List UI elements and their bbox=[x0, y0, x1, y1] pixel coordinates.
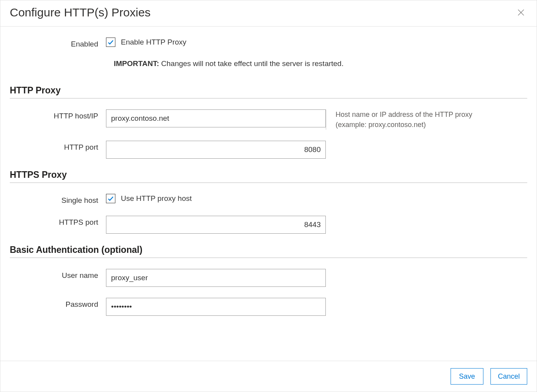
https-port-label: HTTPS port bbox=[10, 216, 106, 227]
single-host-checkbox-label: Use HTTP proxy host bbox=[121, 194, 192, 203]
password-input[interactable] bbox=[106, 298, 326, 316]
checkmark-icon bbox=[107, 39, 114, 46]
single-host-checkbox-wrap[interactable]: Use HTTP proxy host bbox=[106, 194, 326, 203]
enabled-label: Enabled bbox=[10, 38, 106, 48]
password-label: Password bbox=[10, 298, 106, 309]
http-port-input[interactable] bbox=[106, 141, 326, 159]
dialog-title: Configure HTTP(s) Proxies bbox=[10, 6, 151, 19]
enable-proxy-checkbox-label: Enable HTTP Proxy bbox=[121, 38, 187, 47]
username-label: User name bbox=[10, 269, 106, 280]
password-row: Password bbox=[10, 298, 527, 316]
http-proxy-rule bbox=[10, 98, 527, 98]
enable-proxy-checkbox-wrap[interactable]: Enable HTTP Proxy bbox=[106, 38, 326, 47]
checkmark-icon bbox=[107, 195, 114, 202]
username-input[interactable] bbox=[106, 269, 326, 287]
single-host-checkbox[interactable] bbox=[106, 194, 115, 203]
dialog-header: Configure HTTP(s) Proxies bbox=[0, 0, 537, 27]
basic-auth-heading: Basic Authentication (optional) bbox=[10, 245, 527, 255]
http-proxy-heading: HTTP Proxy bbox=[10, 85, 527, 96]
http-host-help: Host name or IP address of the HTTP prox… bbox=[326, 109, 474, 130]
basic-auth-rule bbox=[10, 258, 527, 258]
single-host-row: Single host Use HTTP proxy host bbox=[10, 194, 527, 205]
enable-proxy-checkbox[interactable] bbox=[106, 38, 115, 47]
save-button[interactable]: Save bbox=[451, 368, 483, 385]
https-proxy-heading: HTTPS Proxy bbox=[10, 170, 527, 180]
configure-proxies-dialog: Configure HTTP(s) Proxies Enabled Enable… bbox=[0, 0, 537, 392]
important-notice: IMPORTANT: Changes will not take effect … bbox=[114, 59, 343, 68]
cancel-button[interactable]: Cancel bbox=[490, 368, 527, 385]
important-notice-row: IMPORTANT: Changes will not take effect … bbox=[10, 59, 527, 68]
http-host-input[interactable] bbox=[106, 109, 326, 127]
close-icon bbox=[517, 8, 525, 17]
close-button[interactable] bbox=[515, 6, 527, 19]
important-prefix: IMPORTANT: bbox=[114, 59, 159, 68]
https-port-input[interactable] bbox=[106, 216, 326, 234]
enabled-row: Enabled Enable HTTP Proxy bbox=[10, 38, 527, 48]
https-port-row: HTTPS port bbox=[10, 216, 527, 234]
http-port-label: HTTP port bbox=[10, 141, 106, 152]
http-host-row: HTTP host/IP Host name or IP address of … bbox=[10, 109, 527, 130]
http-port-row: HTTP port bbox=[10, 141, 527, 159]
https-proxy-rule bbox=[10, 183, 527, 183]
dialog-footer: Save Cancel bbox=[0, 361, 537, 392]
http-host-label: HTTP host/IP bbox=[10, 109, 106, 120]
dialog-body: Enabled Enable HTTP Proxy IMPORTANT: Cha… bbox=[0, 27, 537, 361]
username-row: User name bbox=[10, 269, 527, 287]
single-host-label: Single host bbox=[10, 194, 106, 205]
important-text: Changes will not take effect until the s… bbox=[159, 59, 344, 68]
